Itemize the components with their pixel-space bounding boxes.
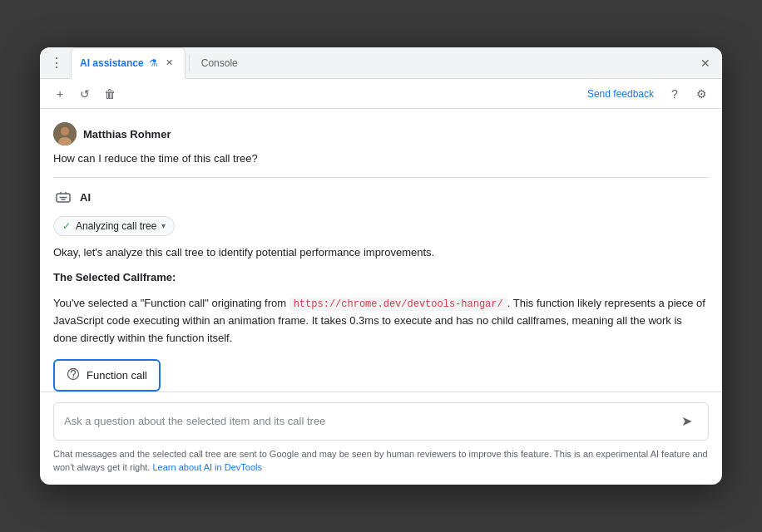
tab-console-label: Console (201, 57, 238, 69)
disclaimer-link[interactable]: Learn about AI in DevTools (153, 462, 262, 472)
ai-response-callframe-body: You've selected a "Function call" origin… (53, 295, 709, 347)
delete-icon: 🗑 (104, 87, 116, 101)
function-call-chip-icon (67, 367, 80, 383)
analyzing-badge[interactable]: ✓ Analyzing call tree ▾ (53, 216, 175, 236)
ai-label: AI (80, 191, 91, 204)
function-call-chip[interactable]: Function call (53, 359, 161, 392)
add-button[interactable]: + (50, 84, 70, 104)
send-button[interactable]: ➤ (675, 410, 698, 433)
devtools-window: ⋮ AI assistance ⚗ ✕ Console ✕ + ↺ 🗑 Send… (40, 47, 722, 485)
history-button[interactable]: ↺ (75, 84, 95, 104)
chevron-down-icon: ▾ (161, 221, 166, 230)
input-area: ➤ Chat messages and the selected call tr… (40, 392, 722, 485)
settings-icon: ⚙ (696, 87, 707, 101)
ai-icon (53, 188, 73, 208)
add-icon: + (57, 87, 63, 101)
check-icon: ✓ (62, 220, 71, 232)
svg-point-3 (61, 127, 69, 135)
ai-response-callframe-header: The Selected Callframe: (53, 269, 709, 287)
user-header: Matthias Rohmer (53, 122, 709, 145)
chat-content: Matthias Rohmer How can I reduce the tim… (40, 109, 722, 392)
function-call-chip-label: Function call (87, 369, 147, 382)
tab-ai-assistance[interactable]: AI assistance ⚗ ✕ (71, 47, 186, 79)
tab-console[interactable]: Console (193, 47, 246, 79)
chat-input[interactable] (64, 415, 668, 427)
user-message-text: How can I reduce the time of this call t… (53, 150, 709, 167)
settings-button[interactable]: ⚙ (690, 83, 712, 105)
ai-response-intro: Okay, let's analyze this call tree to id… (53, 244, 709, 262)
delete-button[interactable]: 🗑 (100, 84, 120, 104)
ai-message: AI ✓ Analyzing call tree ▾ Okay, let's a… (53, 188, 709, 392)
svg-point-6 (72, 377, 74, 378)
tab-ai-assistance-label: AI assistance (80, 57, 144, 69)
disclaimer-text: Chat messages and the selected call tree… (53, 447, 709, 475)
input-row: ➤ (53, 402, 709, 441)
send-icon: ➤ (681, 413, 692, 429)
user-name: Matthias Rohmer (83, 128, 171, 140)
user-message: Matthias Rohmer How can I reduce the tim… (53, 122, 709, 178)
more-tabs-icon: ⋮ (50, 55, 64, 71)
ai-beaker-icon: ⚗ (149, 57, 158, 69)
code-url: https://chrome.dev/devtools-hangar/ (289, 298, 507, 311)
ai-header: AI (53, 188, 709, 208)
help-button[interactable]: ? (664, 83, 685, 105)
tab-ai-assistance-close[interactable]: ✕ (163, 57, 176, 70)
more-tabs-button[interactable]: ⋮ (47, 55, 67, 71)
analyzing-badge-text: Analyzing call tree (76, 220, 156, 232)
callframe-header-bold: The Selected Callframe: (53, 271, 176, 283)
avatar (53, 122, 77, 145)
history-icon: ↺ (80, 87, 90, 101)
disclaimer-body: Chat messages and the selected call tree… (53, 449, 708, 473)
window-close-button[interactable]: ✕ (695, 53, 715, 73)
tab-separator (189, 55, 190, 71)
help-icon: ? (671, 87, 678, 101)
window-close-icon: ✕ (700, 57, 710, 70)
toolbar: + ↺ 🗑 Send feedback ? ⚙ (40, 79, 722, 109)
send-feedback-button[interactable]: Send feedback (582, 85, 659, 103)
tab-bar: ⋮ AI assistance ⚗ ✕ Console ✕ (40, 47, 722, 79)
